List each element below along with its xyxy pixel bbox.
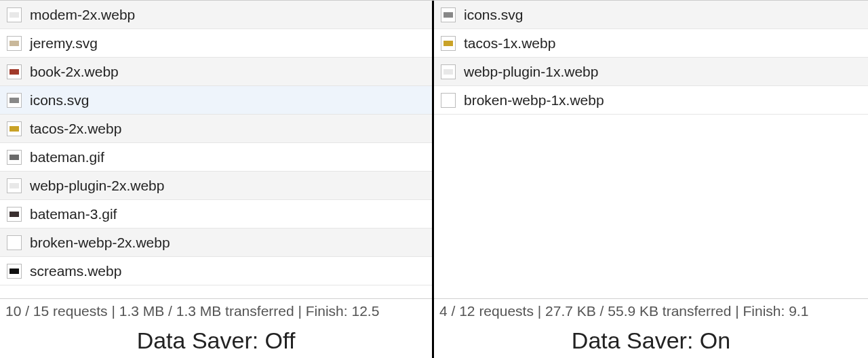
file-row[interactable]: icons.svg: [434, 1, 868, 29]
file-row[interactable]: bateman-3.gif: [0, 200, 432, 228]
file-name: screams.webp: [30, 263, 121, 279]
caption-right: Data Saver: On: [434, 323, 868, 358]
file-row[interactable]: bateman.gif: [0, 143, 432, 172]
file-name: broken-webp-2x.webp: [30, 235, 170, 251]
file-name: webp-plugin-1x.webp: [464, 64, 598, 80]
file-name: bateman.gif: [30, 149, 104, 165]
file-row[interactable]: modem-2x.webp: [0, 1, 432, 29]
panel-data-saver-off: modem-2x.webpjeremy.svgbook-2x.webpicons…: [0, 1, 434, 358]
file-row[interactable]: broken-webp-1x.webp: [434, 86, 868, 115]
file-name: tacos-2x.webp: [30, 121, 121, 137]
status-bar-right: 4 / 12 requests | 27.7 KB / 55.9 KB tran…: [434, 298, 868, 323]
file-name: icons.svg: [464, 7, 524, 23]
file-row[interactable]: webp-plugin-2x.webp: [0, 172, 432, 200]
file-thumbnail-icon: [7, 150, 22, 165]
caption-left: Data Saver: Off: [0, 323, 432, 358]
file-row[interactable]: tacos-2x.webp: [0, 115, 432, 143]
file-name: broken-webp-1x.webp: [464, 92, 604, 108]
panel-data-saver-on: icons.svgtacos-1x.webpwebp-plugin-1x.web…: [434, 1, 868, 358]
file-thumbnail-icon: [7, 93, 22, 108]
file-thumbnail-icon: [7, 235, 22, 250]
file-name: webp-plugin-2x.webp: [30, 178, 164, 194]
file-thumbnail-icon: [441, 36, 456, 51]
file-thumbnail-icon: [7, 121, 22, 136]
file-thumbnail-icon: [7, 264, 22, 279]
file-row[interactable]: tacos-1x.webp: [434, 29, 868, 58]
file-thumbnail-icon: [7, 7, 22, 22]
file-thumbnail-icon: [7, 36, 22, 51]
file-thumbnail-icon: [7, 207, 22, 222]
file-name: book-2x.webp: [30, 64, 119, 80]
file-thumbnail-icon: [441, 7, 456, 22]
file-name: jeremy.svg: [30, 35, 98, 52]
file-thumbnail-icon: [441, 64, 456, 79]
file-list-left[interactable]: modem-2x.webpjeremy.svgbook-2x.webpicons…: [0, 1, 432, 298]
file-row[interactable]: webp-plugin-1x.webp: [434, 58, 868, 86]
file-thumbnail-icon: [7, 178, 22, 193]
file-thumbnail-icon: [441, 93, 456, 108]
file-thumbnail-icon: [7, 64, 22, 79]
comparison-container: modem-2x.webpjeremy.svgbook-2x.webpicons…: [0, 0, 868, 358]
file-name: modem-2x.webp: [30, 7, 135, 23]
status-bar-left: 10 / 15 requests | 1.3 MB / 1.3 MB trans…: [0, 298, 432, 323]
file-name: tacos-1x.webp: [464, 35, 555, 52]
file-name: icons.svg: [30, 92, 90, 108]
file-name: bateman-3.gif: [30, 206, 117, 222]
file-row[interactable]: book-2x.webp: [0, 58, 432, 86]
file-row[interactable]: jeremy.svg: [0, 29, 432, 58]
file-row[interactable]: icons.svg: [0, 86, 432, 115]
file-row[interactable]: broken-webp-2x.webp: [0, 228, 432, 257]
file-list-right[interactable]: icons.svgtacos-1x.webpwebp-plugin-1x.web…: [434, 1, 868, 298]
file-row[interactable]: screams.webp: [0, 257, 432, 285]
